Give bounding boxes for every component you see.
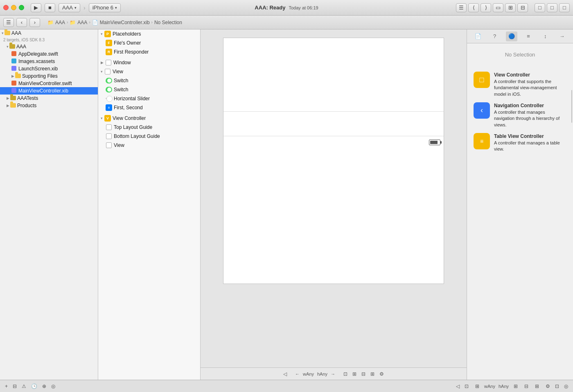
layout-toggle[interactable]: ▭: [493, 3, 503, 12]
outline-window[interactable]: ▶ Window: [98, 58, 200, 67]
canvas-back-btn[interactable]: ◁: [282, 370, 289, 378]
canvas-size-btn4[interactable]: ⊟: [523, 383, 530, 390]
nav-supporting-files[interactable]: ▶ Supporting Files: [0, 72, 98, 80]
debug-toggle[interactable]: □: [547, 3, 557, 12]
canvas-settings[interactable]: ⚙: [378, 370, 386, 378]
navigator-panel: ▾ AAA 2 targets, iOS SDK 8.3 ▾ AAA AppDe…: [0, 29, 98, 380]
outline-top-layout[interactable]: Top Layout Guide: [98, 123, 200, 132]
nav-mainvc-swift[interactable]: MainViewController.swift: [0, 80, 98, 87]
assistant-editor[interactable]: ⊞: [505, 3, 516, 12]
outline-view-parent[interactable]: ▾ View: [98, 67, 200, 76]
add-file-btn[interactable]: +: [3, 383, 9, 390]
tests-group-icon: [10, 96, 16, 101]
outline-view-child[interactable]: View: [98, 141, 200, 150]
tab-size[interactable]: ↕: [539, 32, 551, 41]
outline-switch-1[interactable]: Switch: [98, 76, 200, 85]
nav-aaatests[interactable]: ▶ AAATests: [0, 95, 98, 102]
navigator-toggle[interactable]: □: [535, 3, 545, 12]
inspector-toggle[interactable]: □: [559, 3, 570, 12]
inspector-panel: 📄 ? 🔵 ≡ ↕ → No Selection □ View Controll…: [467, 29, 573, 380]
outline-first-responder[interactable]: R First Responder: [98, 47, 200, 56]
outline-vc[interactable]: ▾ V View Controller: [98, 114, 200, 123]
version-editor[interactable]: ⊟: [517, 3, 528, 12]
close-button[interactable]: [3, 5, 9, 10]
inspector-scrollbar[interactable]: [571, 82, 573, 351]
scheme-selector[interactable]: AAA ▾: [59, 3, 80, 12]
expand-supporting-icon[interactable]: ▶: [11, 74, 14, 78]
iphone-canvas: [223, 38, 444, 284]
inspector-filter-btn[interactable]: ⊡: [553, 383, 561, 390]
expand-products-icon[interactable]: ▶: [7, 104, 9, 108]
canvas-size-btn1[interactable]: ⊡: [463, 383, 470, 390]
outline-placeholders[interactable]: ▾ P Placeholders: [98, 29, 200, 38]
expand-tests-icon[interactable]: ▶: [7, 96, 9, 100]
tab-connections[interactable]: →: [556, 32, 568, 41]
scheme-name: AAA: [62, 5, 73, 11]
back-btn[interactable]: ‹: [16, 18, 27, 27]
stop-button[interactable]: ■: [45, 3, 55, 12]
collapse-view-icon[interactable]: ▾: [101, 70, 103, 74]
filter-btn[interactable]: ⊟: [11, 383, 18, 390]
maximize-button[interactable]: [19, 5, 24, 10]
canvas-zoom-in[interactable]: ⊞: [351, 370, 358, 378]
outline-slider[interactable]: Horizontal Slider: [98, 94, 200, 103]
recent-btn[interactable]: 🕒: [29, 383, 39, 390]
canvas-size-btn5[interactable]: ⊞: [533, 383, 541, 390]
breadcrumb-group[interactable]: 📁 AAA: [70, 20, 87, 25]
collapse-group-icon[interactable]: ▾: [7, 45, 9, 49]
outline-segment[interactable]: ≡ First, Second: [98, 103, 200, 112]
tab-file[interactable]: 📄: [472, 32, 484, 41]
appdelegate-label: AppDelegate.swift: [18, 51, 58, 57]
canvas-size-btn3[interactable]: ⊞: [512, 383, 519, 390]
root-label: AAA: [11, 30, 21, 36]
collapse-placeholders-icon[interactable]: ▾: [101, 32, 103, 36]
collapse-vc-icon[interactable]: ▾: [101, 116, 103, 120]
location-btn[interactable]: ◎: [50, 383, 57, 390]
breadcrumb-selection[interactable]: No Selection: [154, 20, 182, 25]
view-toggle-editor[interactable]: ☰: [456, 3, 467, 12]
nav-group-aaa[interactable]: ▾ AAA: [0, 43, 98, 50]
tab-quickhelp[interactable]: ?: [489, 32, 501, 41]
nav-products[interactable]: ▶ Products: [0, 102, 98, 109]
warning-btn[interactable]: ⚠: [20, 383, 28, 390]
inspector-item-tablevc[interactable]: ≡ Table View Controller A controller tha…: [470, 131, 570, 155]
forward-btn[interactable]: ›: [29, 18, 40, 27]
inspector-search-btn[interactable]: ◎: [562, 383, 570, 390]
inspector-item-navvc[interactable]: ‹ Navigation Controller A controller tha…: [470, 100, 570, 131]
show-related[interactable]: ☰: [3, 18, 14, 27]
git-btn[interactable]: ⊕: [41, 383, 48, 390]
group-icon: [9, 44, 15, 50]
tab-attributes[interactable]: ≡: [523, 32, 534, 41]
status-text: AAA: Ready: [255, 5, 285, 11]
folder-icon-2: 📁: [70, 20, 76, 25]
device-selector[interactable]: iPhone 6 ▾: [89, 3, 121, 12]
placeholders-label: Placeholders: [113, 31, 141, 37]
canvas-grid-toggle[interactable]: ⊞: [369, 370, 376, 378]
canvas-size-btn2[interactable]: ⊞: [474, 383, 481, 390]
canvas-zoom-fit[interactable]: ⊡: [342, 370, 349, 378]
canvas-zoom-reset[interactable]: ⊟: [360, 370, 367, 378]
outline-files-owner[interactable]: F File's Owner: [98, 38, 200, 47]
tab-identity[interactable]: 🔵: [506, 32, 517, 41]
nav-launchscreen[interactable]: LaunchScreen.xib: [0, 65, 98, 72]
nav-forward[interactable]: ⟩: [481, 3, 491, 12]
canvas-settings-btn[interactable]: ⚙: [544, 383, 552, 390]
outline-switch-2[interactable]: Switch: [98, 85, 200, 94]
nav-root[interactable]: ▾ AAA: [0, 29, 98, 37]
minimize-button[interactable]: [11, 5, 16, 10]
chevron-down-icon: ▾: [74, 6, 77, 10]
expand-window-icon[interactable]: ▶: [101, 61, 104, 65]
inspector-item-vc[interactable]: □ View Controller A controller that supp…: [470, 69, 570, 100]
outline-back-btn[interactable]: ◁: [454, 383, 461, 390]
breadcrumb-root[interactable]: 📁 AAA: [47, 20, 65, 25]
outline-bottom-layout[interactable]: Bottom Layout Guide: [98, 132, 200, 141]
nav-mainvc-xib[interactable]: MainViewController.xib: [0, 87, 98, 95]
products-label: Products: [17, 103, 36, 108]
nav-back[interactable]: ⟨: [468, 3, 479, 12]
nav-appdelegate[interactable]: AppDelegate.swift: [0, 50, 98, 58]
breadcrumb-file[interactable]: 📄 MainViewController.xib: [92, 20, 150, 25]
supporting-files-label: Supporting Files: [22, 73, 58, 79]
collapse-root-icon[interactable]: ▾: [2, 31, 4, 35]
run-button[interactable]: ▶: [31, 3, 41, 12]
nav-xcassets[interactable]: Images.xcassets: [0, 58, 98, 65]
